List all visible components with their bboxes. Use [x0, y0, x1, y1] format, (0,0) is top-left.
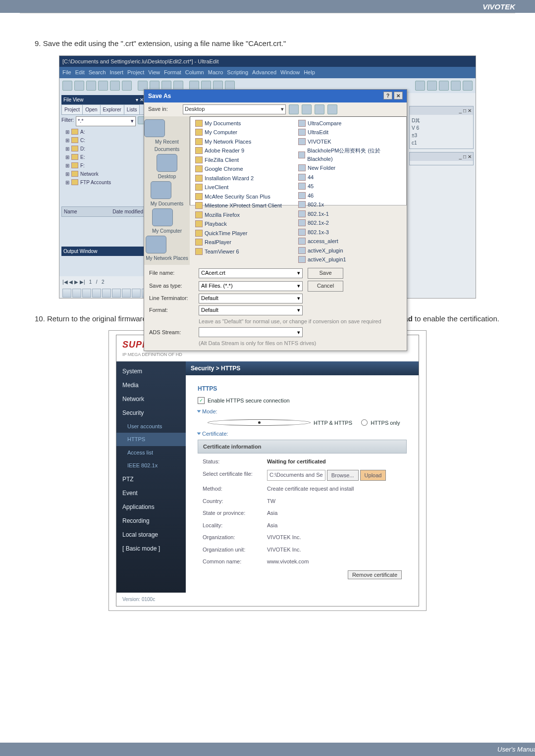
tree-item[interactable]: ⊞ D:	[61, 145, 146, 153]
panel-tab[interactable]: Open	[82, 104, 100, 114]
file-item[interactable]: 802.1x-3	[298, 228, 401, 237]
file-item[interactable]: Installation Wizard 2	[195, 174, 298, 183]
savein-dropdown[interactable]: Desktop▾	[183, 104, 286, 114]
tree-item[interactable]: ⊞ Network	[61, 170, 146, 178]
file-item[interactable]: activeX_plugin	[298, 246, 401, 255]
sidebar-item[interactable]: IEEE 802.1x	[116, 459, 186, 472]
panel-tab[interactable]: Explorer	[100, 104, 124, 114]
file-item[interactable]: Adobe Reader 9	[195, 146, 298, 155]
remove-cert-button[interactable]: Remove certificate	[348, 570, 402, 579]
menu-item[interactable]: View	[148, 69, 160, 75]
file-item[interactable]: BlackholePM公用资料夹 (位於 Blackhole)	[298, 146, 401, 163]
back-icon[interactable]	[289, 104, 299, 114]
file-item[interactable]: My Network Places	[195, 137, 298, 147]
panel-tab[interactable]: Project	[61, 104, 83, 114]
tool-icon[interactable]	[86, 81, 96, 91]
file-item[interactable]: RealPlayer	[195, 238, 298, 247]
file-item[interactable]: FileZilla Client	[195, 155, 298, 165]
menu-item[interactable]: Search	[89, 69, 106, 75]
file-item[interactable]: McAfee Security Scan Plus	[195, 192, 298, 202]
date-col[interactable]: Date modified	[112, 208, 143, 215]
menu-item[interactable]: Help	[304, 69, 315, 75]
mode-radio-both[interactable]	[208, 419, 311, 426]
file-item[interactable]: 45	[298, 182, 401, 191]
tool-icon[interactable]	[122, 81, 132, 91]
tree-item[interactable]: ⊞ A:	[61, 128, 146, 136]
file-item[interactable]: 44	[298, 173, 401, 182]
tool-icon[interactable]	[451, 81, 461, 91]
menu-item[interactable]: Scripting	[227, 69, 248, 75]
file-item[interactable]: LiveClient	[195, 183, 298, 192]
tool-icon[interactable]	[110, 81, 120, 91]
sidebar-item[interactable]: User accounts	[116, 420, 186, 433]
sidebar-item[interactable]: Local storage	[116, 528, 186, 542]
tool-icon[interactable]	[74, 81, 84, 91]
close-icon[interactable]: ✕	[394, 92, 403, 100]
file-item[interactable]: 46	[298, 191, 401, 201]
file-item[interactable]: New Folder	[298, 163, 401, 173]
menu-item[interactable]: Insert	[110, 69, 124, 75]
file-item[interactable]: activeX_plugin1	[298, 255, 401, 264]
tool-icon[interactable]	[98, 81, 108, 91]
file-item[interactable]: VIVOTEK	[298, 137, 401, 147]
sidebar-item[interactable]: PTZ	[116, 472, 186, 486]
place-icon[interactable]	[144, 119, 165, 137]
file-item[interactable]: Playback	[195, 219, 298, 229]
mode-radio-httpsonly[interactable]	[361, 419, 368, 426]
menu-item[interactable]: Advanced	[252, 69, 276, 75]
newfolder-icon[interactable]	[315, 104, 324, 114]
menu-item[interactable]: Edit	[75, 69, 85, 75]
menu-bar[interactable]: FileEditSearchInsertProjectViewFormatCol…	[59, 67, 476, 78]
format-dropdown[interactable]: Default▾	[199, 305, 303, 315]
file-item[interactable]: Milestone XProtect Smart Client	[195, 201, 298, 210]
tree-item[interactable]: ⊞ E:	[61, 153, 146, 161]
file-item[interactable]: My Computer	[195, 128, 298, 137]
cancel-button[interactable]: Cancel	[308, 281, 343, 292]
menu-item[interactable]: Project	[127, 69, 144, 75]
file-item[interactable]: access_alert	[298, 237, 401, 246]
file-item[interactable]: UltraEdit	[298, 128, 401, 137]
file-item[interactable]: 802.1x	[298, 200, 401, 209]
sidebar-item[interactable]: Access list	[116, 446, 186, 459]
close-icon[interactable]: ▾ ✕	[136, 96, 144, 103]
tool-icon[interactable]	[427, 81, 437, 91]
sidebar-item[interactable]: System	[116, 364, 186, 378]
file-item[interactable]: UltraCompare	[298, 119, 401, 128]
place-icon[interactable]	[151, 181, 171, 199]
file-item[interactable]: Mozilla Firefox	[195, 210, 298, 220]
menu-item[interactable]: Column	[185, 69, 204, 75]
cert-file-input[interactable]: C:\Documents and Se	[267, 470, 325, 481]
file-item[interactable]: My Documents	[195, 119, 298, 128]
ads-dropdown[interactable]: ▾	[199, 327, 303, 337]
save-button[interactable]: Save	[308, 268, 343, 279]
panel-tab[interactable]: Lists	[124, 104, 140, 114]
filter-input[interactable]: *.*▾	[76, 116, 136, 126]
sidebar-item[interactable]: Media	[116, 378, 186, 392]
lineterm-dropdown[interactable]: Default▾	[199, 294, 303, 303]
tool-icon[interactable]	[439, 81, 449, 91]
help-icon[interactable]: ?	[383, 92, 392, 100]
tree-item[interactable]: ⊞ C:	[61, 136, 146, 145]
enable-https-checkbox[interactable]: ✓	[198, 397, 205, 404]
tool-icon[interactable]	[463, 81, 473, 91]
sidebar-item[interactable]: HTTPS	[116, 433, 186, 446]
collapse-icon[interactable]	[197, 433, 201, 435]
menu-item[interactable]: Format	[164, 69, 181, 75]
tree-item[interactable]: ⊞ FTP Accounts	[61, 178, 146, 187]
file-item[interactable]: TeamViewer 6	[195, 247, 298, 256]
browse-button[interactable]: Browse...	[327, 470, 359, 481]
name-col[interactable]: Name	[64, 208, 77, 215]
collapse-icon[interactable]	[197, 410, 201, 413]
up-icon[interactable]	[302, 104, 312, 114]
tree-item[interactable]: ⊞ F:	[61, 161, 146, 170]
sidebar-item[interactable]: Security	[116, 406, 186, 420]
tool-icon[interactable]	[415, 81, 425, 91]
file-item[interactable]: 802.1x-2	[298, 218, 401, 228]
file-item[interactable]: Google Chrome	[195, 164, 298, 174]
sidebar-item[interactable]: Applications	[116, 500, 186, 514]
sidebar-item[interactable]: Network	[116, 392, 186, 406]
menu-item[interactable]: File	[62, 69, 71, 75]
place-icon[interactable]	[157, 154, 177, 172]
sidebar-item[interactable]: Event	[116, 486, 186, 500]
place-icon[interactable]	[146, 236, 166, 253]
